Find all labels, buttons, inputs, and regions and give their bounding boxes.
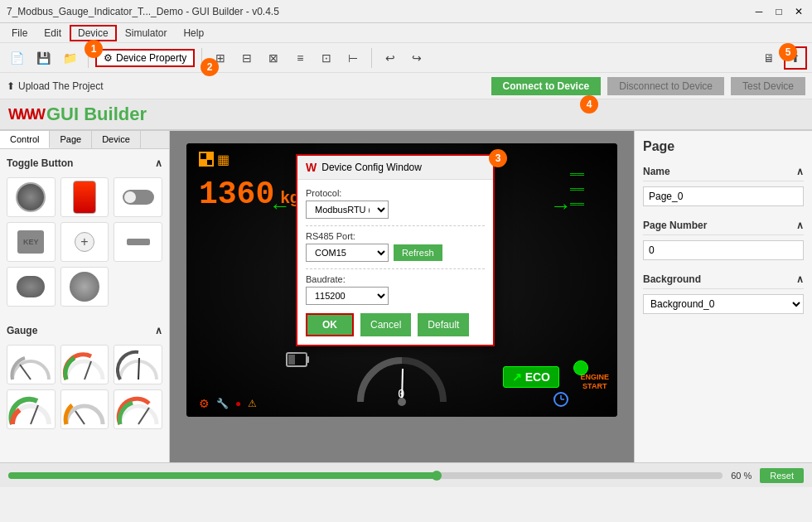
cancel-button[interactable]: Cancel: [360, 313, 411, 336]
page-number-label: Page Number: [643, 220, 707, 231]
connect-device-button[interactable]: Connect to Device: [491, 77, 602, 95]
gauge-widget-1[interactable]: [7, 345, 56, 384]
right-indicators: ══ ══ ══: [570, 168, 584, 210]
toolbar-monitor[interactable]: 🖥: [757, 46, 781, 70]
gauge-widget-2[interactable]: [60, 345, 109, 384]
background-chevron-icon: ∧: [796, 273, 804, 285]
ww-logo: W W W: [8, 106, 43, 123]
device-config-dialog: W Device Config Window Protocol: ModbusR…: [296, 154, 495, 346]
menu-device[interactable]: Device: [70, 25, 117, 41]
gear-icon: ⚙: [104, 52, 113, 64]
progress-bar-container[interactable]: [8, 472, 723, 479]
temp-icon: ●: [235, 398, 241, 409]
ok-button[interactable]: OK: [306, 313, 354, 336]
gauge-widget-5[interactable]: [60, 389, 109, 429]
minus-widget-display: [127, 239, 150, 245]
widget-ignition[interactable]: [60, 267, 109, 307]
dialog-titlebar: W Device Config Window: [297, 156, 493, 180]
menu-help[interactable]: Help: [175, 26, 212, 41]
menubar: File Edit Device Simulator Help: [0, 23, 812, 43]
engine-warning-icon: ⚙: [199, 397, 210, 410]
toolbar-new[interactable]: 📄: [5, 46, 28, 70]
widget-oval[interactable]: [7, 267, 56, 307]
upload-project-button[interactable]: ⬆ Upload The Project: [7, 80, 104, 92]
page-number-input[interactable]: [643, 240, 804, 260]
progress-fill: [8, 472, 437, 479]
gauge-widget-4[interactable]: [7, 389, 56, 429]
gauge-svg-6: [116, 393, 161, 426]
toolbar-save[interactable]: 💾: [31, 46, 55, 70]
engine-display: ENGINESTART: [580, 373, 609, 392]
badge-4: 4: [580, 95, 598, 114]
oval-widget-display: [17, 276, 45, 297]
test-device-button[interactable]: Test Device: [731, 77, 805, 95]
toolbar-align3[interactable]: ⊠: [262, 46, 285, 70]
refresh-button[interactable]: Refresh: [394, 244, 442, 261]
menu-edit[interactable]: Edit: [36, 26, 70, 41]
dialog-title: Device Config Window: [321, 162, 422, 173]
logo-text: GUI Builder: [46, 104, 147, 125]
tab-control[interactable]: Control: [0, 131, 50, 148]
eco-label: ↗ ECO: [503, 366, 559, 388]
toolbar-align6[interactable]: ⊢: [341, 46, 365, 70]
minimize-button[interactable]: ─: [752, 5, 766, 18]
background-select[interactable]: Background_0: [643, 294, 804, 314]
toolbar-open[interactable]: 📁: [58, 46, 81, 70]
gauge-widget-6[interactable]: [114, 389, 162, 429]
background-label: Background: [643, 273, 701, 285]
rs485-field: RS485 Port: COM15 Refresh: [306, 231, 485, 262]
page-number-section: Page Number ∧: [643, 216, 804, 260]
toolbar-undo[interactable]: ↩: [379, 46, 402, 70]
baudrate-label: Baudrate:: [306, 274, 485, 284]
gauge-chevron-icon: ∧: [155, 325, 162, 336]
background-section: Background ∧ Background_0: [643, 270, 804, 314]
indicator-1: ══: [570, 168, 584, 180]
device-property-button[interactable]: ⚙ Device Property: [95, 49, 195, 67]
gauge-section: Gauge ∧: [0, 317, 169, 439]
progress-label: 60 %: [731, 471, 752, 481]
protocol-field: Protocol: ModbusRTU (RS485): [306, 188, 485, 219]
background-section-header: Background ∧: [643, 270, 804, 289]
tab-page[interactable]: Page: [50, 131, 92, 148]
logo: W W W GUI Builder: [8, 104, 147, 125]
port-select[interactable]: COM15: [306, 244, 389, 262]
page-name-input[interactable]: [643, 186, 804, 206]
menu-simulator[interactable]: Simulator: [117, 26, 176, 41]
gauge-widget-3[interactable]: [114, 345, 162, 384]
indicator-2: ══: [570, 183, 584, 195]
baudrate-select[interactable]: 115200: [306, 287, 389, 305]
tab-device[interactable]: Device: [92, 131, 141, 148]
widget-key[interactable]: KEY: [7, 222, 56, 262]
default-button[interactable]: Default: [418, 313, 469, 336]
right-arrow-icon: →: [550, 193, 572, 219]
svg-text:0: 0: [398, 387, 404, 400]
toolbar-align5[interactable]: ⊡: [315, 46, 338, 70]
toolbar-redo[interactable]: ↪: [405, 46, 428, 70]
name-section-header: Name ∧: [643, 162, 804, 181]
device-toolbar: ⬆ Upload The Project Connect to Device D…: [0, 73, 812, 99]
maximize-button[interactable]: □: [772, 5, 785, 18]
svg-line-5: [138, 408, 149, 424]
widget-toggle-2[interactable]: [60, 177, 109, 217]
widget-minus[interactable]: [114, 222, 162, 262]
widget-plus[interactable]: +: [60, 222, 109, 262]
gauge-header[interactable]: Gauge ∧: [7, 321, 162, 340]
toggle-button-header[interactable]: Toggle Button ∧: [7, 154, 162, 172]
close-button[interactable]: ✕: [792, 5, 805, 18]
page-number-chevron-icon: ∧: [796, 220, 804, 231]
toggle-chevron-icon: ∧: [155, 157, 162, 169]
widget-toggle-1[interactable]: [7, 177, 56, 217]
widget-toggle-3[interactable]: [114, 177, 162, 217]
disconnect-device-button[interactable]: Disconnect to Device: [607, 77, 724, 95]
gauge-svg-5: [62, 393, 107, 426]
toolbar-align2[interactable]: ⊟: [235, 46, 259, 70]
titlebar-title: 7_Modbus_Gauge_Indicator_T..._Demo - GUI…: [7, 6, 279, 17]
protocol-select[interactable]: ModbusRTU (RS485): [306, 201, 389, 219]
top-icons: ▦: [199, 152, 230, 167]
toolbar-align4[interactable]: ≡: [288, 46, 312, 70]
menu-file[interactable]: File: [3, 26, 36, 41]
reset-button[interactable]: Reset: [760, 468, 804, 483]
toggle-button-label: Toggle Button: [7, 157, 73, 169]
warning-icons-row: ⚙ 🔧 ● ⚠: [199, 397, 257, 410]
bottom-bar: 60 % Reset: [0, 462, 812, 487]
